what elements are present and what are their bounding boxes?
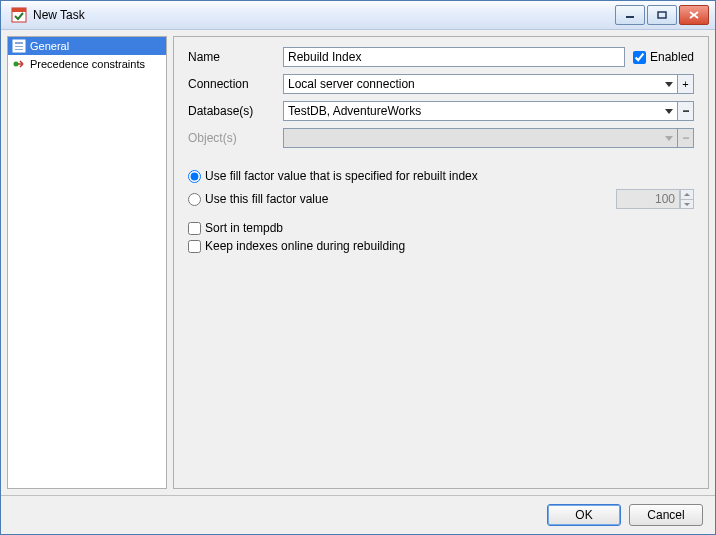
svg-rect-3: [658, 12, 666, 18]
sidebar-item-label: General: [30, 40, 69, 52]
new-task-dialog: New Task General: [0, 0, 716, 535]
maximize-button[interactable]: [647, 5, 677, 25]
sort-tempdb-checkbox[interactable]: [188, 222, 201, 235]
chevron-down-icon: [665, 109, 673, 114]
sidebar-item-label: Precedence constraints: [30, 58, 145, 70]
name-label: Name: [188, 50, 283, 64]
objects-label: Object(s): [188, 131, 283, 145]
fillfactor-input: [616, 189, 680, 209]
caret-down-icon: [684, 203, 690, 206]
close-button[interactable]: [679, 5, 709, 25]
svg-rect-9: [15, 49, 23, 50]
cancel-button[interactable]: Cancel: [629, 504, 703, 526]
keep-online-checkbox[interactable]: [188, 240, 201, 253]
databases-browse-button[interactable]: ···: [678, 101, 694, 121]
svg-point-10: [14, 62, 19, 67]
fillfactor-custom-label: Use this fill factor value: [205, 192, 328, 206]
databases-label: Database(s): [188, 104, 283, 118]
caret-up-icon: [684, 193, 690, 196]
enabled-label: Enabled: [650, 50, 694, 64]
add-connection-button[interactable]: +: [678, 74, 694, 94]
chevron-down-icon: [665, 136, 673, 141]
fillfactor-custom-radio[interactable]: [188, 193, 201, 206]
svg-rect-1: [12, 8, 26, 12]
chevron-down-icon: [665, 82, 673, 87]
window-title: New Task: [33, 8, 85, 22]
ok-button[interactable]: OK: [547, 504, 621, 526]
connection-dropdown[interactable]: Local server connection: [283, 74, 678, 94]
minimize-button[interactable]: [615, 5, 645, 25]
sidebar-item-precedence-constraints[interactable]: Precedence constraints: [8, 55, 166, 73]
sort-tempdb-label: Sort in tempdb: [205, 221, 283, 235]
sidebar-item-general[interactable]: General: [8, 37, 166, 55]
svg-rect-8: [15, 46, 23, 47]
fillfactor-specified-radio[interactable]: [188, 170, 201, 183]
fillfactor-spinner: [616, 189, 694, 209]
objects-browse-button: ···: [678, 128, 694, 148]
keep-online-label: Keep indexes online during rebuilding: [205, 239, 405, 253]
name-input[interactable]: [283, 47, 625, 67]
dialog-footer: OK Cancel: [1, 495, 715, 534]
enabled-checkbox[interactable]: [633, 51, 646, 64]
svg-rect-7: [15, 42, 23, 44]
databases-dropdown[interactable]: TestDB, AdventureWorks: [283, 101, 678, 121]
app-icon: [11, 7, 27, 23]
connection-label: Connection: [188, 77, 283, 91]
fillfactor-step-down: [680, 199, 694, 209]
general-panel: Name Enabled Connection Local server con…: [173, 36, 709, 489]
fillfactor-step-up: [680, 189, 694, 199]
databases-value: TestDB, AdventureWorks: [288, 104, 665, 118]
objects-dropdown: [283, 128, 678, 148]
properties-icon: [12, 39, 26, 53]
fillfactor-specified-label: Use fill factor value that is specified …: [205, 169, 478, 183]
titlebar[interactable]: New Task: [1, 1, 715, 30]
category-sidebar: General Precedence constraints: [7, 36, 167, 489]
connection-value: Local server connection: [288, 77, 665, 91]
flow-icon: [12, 57, 26, 71]
